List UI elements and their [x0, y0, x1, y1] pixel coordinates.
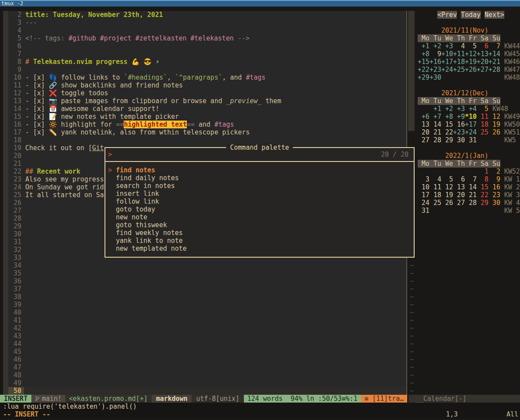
- calendar-nav-button[interactable]: <Prev: [437, 11, 457, 19]
- editor-line[interactable]: 44: [3, 340, 406, 348]
- editor-line[interactable]: 45: [3, 348, 406, 356]
- editor-line[interactable]: 39: [3, 301, 406, 309]
- calendar-row[interactable]: 2021/11(Nov): [410, 27, 520, 34]
- palette-item-yank-link-to-note[interactable]: yank link to note: [105, 237, 414, 245]
- calendar-row[interactable]: +6 +7 +8 +9*10 11 12 KW49: [410, 113, 520, 121]
- editor-line[interactable]: 46: [3, 356, 406, 363]
- calendar-row[interactable]: ~: [410, 316, 520, 324]
- line-text: <!-- tags: #github #project #zettelkaste…: [25, 34, 250, 42]
- calendar-nav-button[interactable]: Next>: [485, 11, 504, 19]
- calendar-nav-button[interactable]: Today: [461, 11, 480, 19]
- editor-line[interactable]: 11- [x] 🔗 show backlinks and friend note…: [3, 81, 406, 89]
- editor-line[interactable]: 12- [x] ❌ toggle todos: [3, 89, 406, 97]
- palette-item-goto-thisweek[interactable]: goto thisweek: [105, 221, 414, 229]
- calendar-row[interactable]: 31 KW 5: [410, 207, 520, 215]
- editor-line[interactable]: 34: [3, 262, 406, 269]
- editor-line[interactable]: 43: [3, 332, 406, 340]
- calendar-row[interactable]: 2022/1(Jan): [410, 152, 520, 160]
- github-link[interactable]: Git: [92, 144, 104, 152]
- editor-line[interactable]: 2title: Tuesday, November 23th, 2021: [3, 11, 406, 19]
- editor-line[interactable]: 18: [3, 136, 406, 144]
- calendar-row[interactable]: [410, 222, 520, 230]
- calendar-row[interactable]: ~: [410, 277, 520, 285]
- palette-item-find-weekly-notes[interactable]: find weekly notes: [105, 229, 414, 237]
- calendar-row[interactable]: 20 21 22+23+24 25 26 KW51: [410, 128, 520, 136]
- calendar-row[interactable]: 1 2 KW52: [410, 168, 520, 175]
- palette-item-find-daily-notes[interactable]: find daily notes: [105, 174, 414, 182]
- calendar-row[interactable]: [410, 144, 520, 152]
- calendar-row[interactable]: ~: [410, 363, 520, 371]
- editor-line[interactable]: 14- [x] 📅 awesome calendar support!: [3, 105, 406, 113]
- palette-item-follow-link[interactable]: follow link: [105, 198, 414, 205]
- editor-line[interactable]: 36: [3, 277, 406, 285]
- calendar-row[interactable]: +15+16+17+18+19+20+21 KW46: [410, 58, 520, 66]
- calendar-row[interactable]: ~: [410, 301, 520, 309]
- editor-line[interactable]: 15- [x] 📝 new notes with template picker: [3, 113, 406, 121]
- calendar-row[interactable]: [410, 254, 520, 262]
- calendar-row[interactable]: 27 28 29 30 31 KW5: [410, 136, 520, 144]
- editor-line[interactable]: 10- [x] 👣 follow links to `#headings`, `…: [3, 74, 406, 81]
- editor-line[interactable]: 5<!-- tags: #github #project #zettelkast…: [3, 34, 406, 42]
- editor-line[interactable]: 4: [3, 27, 406, 34]
- calendar-row[interactable]: ~: [410, 387, 520, 395]
- calendar-row[interactable]: [410, 19, 520, 27]
- editor-line[interactable]: 47: [3, 363, 406, 371]
- calendar-pane[interactable]: <Prev Today Next> 2021/11(Nov) Mo Tu We …: [410, 11, 520, 395]
- calendar-row[interactable]: ~: [410, 262, 520, 269]
- editor-line[interactable]: 7: [3, 50, 406, 58]
- editor-line[interactable]: 41: [3, 316, 406, 324]
- editor-line[interactable]: 37: [3, 285, 406, 293]
- calendar-row[interactable]: ~: [410, 269, 520, 277]
- calendar-row[interactable]: +1 +2 +3 4 5 6 7 KW44: [410, 42, 520, 50]
- calendar-row[interactable]: 2021/12(Dec): [410, 89, 520, 97]
- palette-item-goto-today[interactable]: goto today: [105, 205, 414, 213]
- calendar-row[interactable]: ~: [410, 356, 520, 363]
- calendar-row[interactable]: ~: [410, 348, 520, 356]
- calendar-row[interactable]: Mo Tu We Th Fr Sa Su: [410, 97, 520, 105]
- calendar-row[interactable]: Mo Tu We Th Fr Sa Su: [410, 34, 520, 42]
- editor-line[interactable]: 13- [x] 📷 paste images from clipboard or…: [3, 97, 406, 105]
- calendar-row[interactable]: ~: [410, 285, 520, 293]
- palette-item-search-in-notes[interactable]: search in notes: [105, 182, 414, 190]
- editor-line[interactable]: 48: [3, 371, 406, 379]
- calendar-row[interactable]: ~: [410, 309, 520, 316]
- calendar-row[interactable]: +29+30 KW48: [410, 74, 520, 81]
- command-line[interactable]: :lua require('telekasten').panel(): [0, 403, 520, 410]
- palette-item-insert-link[interactable]: insert link: [105, 190, 414, 198]
- editor-line[interactable]: 35: [3, 269, 406, 277]
- editor-line[interactable]: 50: [3, 387, 406, 395]
- calendar-row[interactable]: 3 4 5 6 7 8 9 KW 1: [410, 175, 520, 183]
- calendar-row[interactable]: +8 9+10+11+12+13+14 KW45: [410, 50, 520, 58]
- calendar-row[interactable]: ~: [410, 293, 520, 301]
- calendar-row[interactable]: [410, 215, 520, 222]
- calendar-row[interactable]: [410, 230, 520, 238]
- calendar-row[interactable]: ~: [410, 324, 520, 332]
- palette-item-new-templated-note[interactable]: new templated note: [105, 245, 414, 252]
- editor-line[interactable]: 17- [x] ✏️ yank notelink, also from wthi…: [3, 128, 406, 136]
- calendar-row[interactable]: ~: [410, 371, 520, 379]
- editor-line[interactable]: 8# Telekasten.nvim progress 💪 😎 ⚡: [3, 58, 406, 66]
- editor-line[interactable]: 40: [3, 309, 406, 316]
- calendar-row[interactable]: [410, 246, 520, 254]
- editor-line[interactable]: 16- [x] 🔆 highlight for ==highlighted te…: [3, 121, 406, 128]
- calendar-row[interactable]: ~: [410, 379, 520, 387]
- editor-line[interactable]: 42: [3, 324, 406, 332]
- palette-item-new-note[interactable]: new note: [105, 213, 414, 221]
- calendar-row[interactable]: ~: [410, 332, 520, 340]
- calendar-row[interactable]: [410, 238, 520, 246]
- editor-line[interactable]: 6: [3, 42, 406, 50]
- calendar-row[interactable]: 17 18 19 20 21 22 23 KW 3: [410, 191, 520, 199]
- calendar-row[interactable]: Mo Tu We Th Fr Sa Su: [410, 160, 520, 168]
- editor-line[interactable]: 9: [3, 66, 406, 74]
- editor-line[interactable]: 49: [3, 379, 406, 387]
- calendar-row[interactable]: [410, 81, 520, 89]
- calendar-row[interactable]: +22+23+24+25+26+27+28 KW47: [410, 66, 520, 74]
- calendar-row[interactable]: 24 25 26 27 28 29 30 KW 4: [410, 199, 520, 207]
- calendar-row[interactable]: ~: [410, 340, 520, 348]
- editor-line[interactable]: 3---: [3, 19, 406, 27]
- calendar-row[interactable]: +1 +2 +3 +4 5 KW48: [410, 105, 520, 113]
- calendar-row[interactable]: 10 11 12 13 14 15 16 KW 2: [410, 183, 520, 191]
- calendar-row[interactable]: 13 14 15 16+17 18 19 KW50: [410, 121, 520, 128]
- palette-item-find-notes[interactable]: > find notes: [105, 166, 414, 174]
- editor-line[interactable]: 38: [3, 293, 406, 301]
